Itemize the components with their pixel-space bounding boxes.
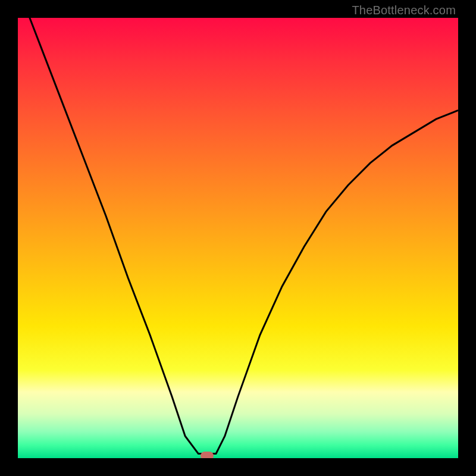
plot-area	[18, 18, 458, 458]
curve-path	[18, 18, 458, 454]
watermark-text: TheBottleneck.com	[352, 4, 456, 17]
optimal-marker	[201, 452, 214, 458]
chart-frame: TheBottleneck.com	[0, 0, 476, 476]
bottleneck-curve	[18, 18, 458, 458]
